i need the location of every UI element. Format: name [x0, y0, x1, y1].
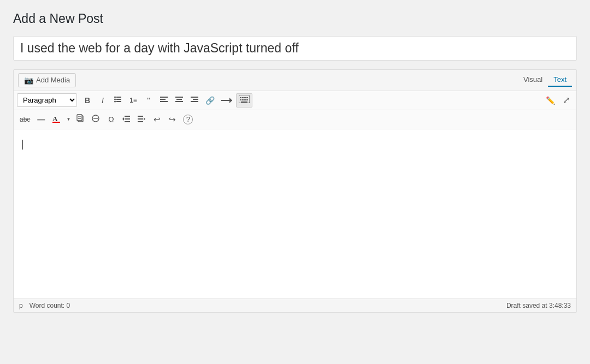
toolbar-toggle-button[interactable] [236, 93, 252, 108]
svg-point-5 [114, 101, 116, 103]
unordered-list-icon [114, 96, 122, 105]
pencil-button[interactable]: ✏️ [543, 93, 558, 108]
link-icon: 🔗 [205, 96, 215, 105]
fullscreen-button[interactable]: ⤢ [559, 93, 573, 108]
svg-rect-11 [175, 101, 183, 102]
help-icon: ? [183, 115, 193, 124]
more-tag-button[interactable] [219, 93, 235, 108]
align-center-icon [175, 96, 183, 105]
special-char-button[interactable]: Ω [104, 112, 118, 127]
italic-icon: I [102, 96, 104, 105]
align-left-icon [160, 96, 168, 105]
word-count: Word count: 0 [30, 302, 70, 309]
undo-button[interactable]: ↩ [150, 112, 164, 127]
svg-rect-8 [160, 101, 168, 102]
undo-icon: ↩ [154, 115, 161, 124]
add-media-button[interactable]: 📷 Add Media [18, 73, 76, 87]
svg-point-4 [114, 99, 116, 100]
svg-rect-30 [77, 115, 82, 121]
svg-rect-35 [125, 116, 130, 117]
paste-as-text-button[interactable] [73, 112, 87, 127]
html-tag-indicator: p [19, 302, 23, 309]
insert-link-button[interactable]: 🔗 [203, 93, 217, 108]
svg-marker-16 [229, 98, 232, 103]
tab-visual[interactable]: Visual [518, 73, 548, 87]
ordered-list-button[interactable]: 1≡ [126, 93, 140, 108]
italic-button[interactable]: I [96, 93, 110, 108]
svg-rect-0 [116, 97, 121, 98]
horizontal-rule-icon: — [37, 115, 45, 124]
help-button[interactable]: ? [180, 112, 196, 127]
clear-formatting-button[interactable] [88, 112, 103, 127]
horizontal-rule-button[interactable]: — [34, 112, 48, 127]
svg-rect-40 [138, 118, 143, 120]
outdent-button[interactable] [119, 112, 133, 127]
svg-text:A: A [52, 115, 58, 123]
page-wrapper: Add a New Post 📷 Add Media Visual Text P… [0, 0, 590, 324]
strikethrough-icon: abc [20, 116, 30, 123]
unordered-list-button[interactable] [111, 93, 125, 108]
align-center-button[interactable] [172, 93, 186, 108]
svg-rect-1 [116, 99, 121, 100]
svg-rect-39 [138, 116, 143, 117]
blockquote-button[interactable]: " [141, 93, 156, 108]
draft-status: Draft saved at 3:48:33 [506, 302, 571, 309]
add-media-icon: 📷 [24, 76, 33, 85]
align-right-button[interactable] [187, 93, 202, 108]
svg-rect-18 [240, 97, 241, 98]
editor-body[interactable] [14, 129, 576, 299]
pencil-icon: ✏️ [546, 96, 555, 105]
more-tag-icon [221, 96, 232, 105]
svg-rect-23 [242, 99, 244, 100]
text-color-icon: A [52, 114, 60, 124]
svg-rect-19 [242, 97, 244, 98]
svg-rect-13 [193, 99, 198, 100]
svg-marker-42 [144, 117, 145, 121]
blockquote-icon: " [147, 96, 150, 104]
align-left-button[interactable] [157, 93, 171, 108]
text-color-dropdown-button[interactable]: ▼ [64, 112, 72, 127]
expand-icon: ⤢ [563, 95, 570, 105]
indent-icon [138, 115, 145, 124]
svg-rect-24 [244, 99, 246, 100]
strikethrough-button[interactable]: abc [17, 112, 33, 127]
svg-rect-14 [191, 101, 198, 102]
paste-icon [76, 114, 84, 124]
svg-rect-28 [52, 122, 60, 123]
bold-icon: B [85, 96, 90, 105]
svg-rect-41 [138, 121, 143, 122]
svg-rect-36 [125, 118, 130, 120]
bold-button[interactable]: B [80, 93, 95, 108]
redo-button[interactable]: ↪ [165, 112, 179, 127]
svg-rect-6 [160, 97, 168, 98]
clear-formatting-icon [92, 115, 99, 124]
svg-marker-38 [122, 117, 124, 121]
footer-left: p Word count: 0 [19, 302, 70, 309]
text-color-button[interactable]: A [49, 112, 63, 127]
svg-rect-10 [176, 99, 182, 100]
editor-container: 📷 Add Media Visual Text Paragraph Headin… [13, 69, 577, 313]
svg-rect-9 [175, 97, 183, 98]
ordered-list-icon: 1≡ [129, 97, 137, 104]
svg-rect-7 [160, 99, 166, 100]
svg-rect-37 [125, 121, 130, 122]
svg-rect-20 [244, 97, 246, 98]
tab-text[interactable]: Text [548, 73, 572, 87]
svg-rect-26 [241, 102, 247, 103]
format-select[interactable]: Paragraph Heading 1 Heading 2 Heading 3 … [17, 93, 77, 107]
color-dropdown-arrow-icon: ▼ [66, 117, 70, 122]
omega-icon: Ω [108, 115, 114, 124]
redo-icon: ↪ [169, 115, 176, 124]
text-cursor [22, 140, 23, 150]
add-media-label: Add Media [36, 76, 70, 84]
editor-footer: p Word count: 0 Draft saved at 3:48:33 [14, 299, 576, 312]
toolbar-row-2: abc — A ▼ [14, 110, 576, 129]
svg-rect-22 [240, 99, 241, 100]
svg-rect-25 [246, 99, 248, 100]
post-title-input[interactable] [13, 36, 577, 61]
svg-rect-2 [116, 101, 121, 102]
indent-button[interactable] [134, 112, 149, 127]
keyboard-icon [239, 96, 250, 105]
svg-point-3 [114, 97, 116, 98]
visual-text-tabs: Visual Text [518, 73, 572, 87]
